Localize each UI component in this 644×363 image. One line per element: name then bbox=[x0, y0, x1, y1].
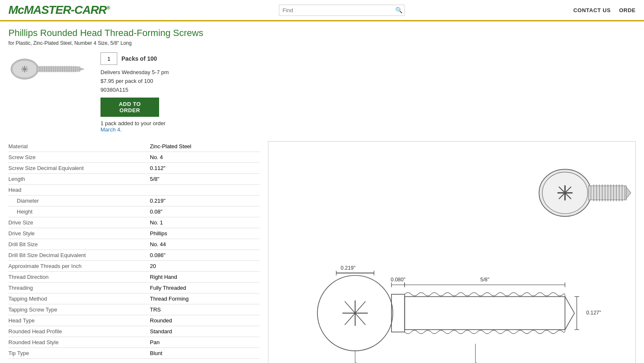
spec-label-0: Material bbox=[8, 141, 147, 152]
search-button[interactable]: 🔍 bbox=[395, 7, 402, 13]
search-wrapper: 🔍 bbox=[279, 5, 404, 16]
spec-label-4: Head bbox=[8, 185, 147, 196]
main-content: Phillips Rounded Head Thread-Forming Scr… bbox=[0, 21, 644, 363]
specs-tbody: MaterialZinc-Plated SteelScrew SizeNo. 4… bbox=[8, 141, 260, 359]
search-input[interactable] bbox=[279, 5, 404, 16]
spec-label-14: Tapping Method bbox=[8, 293, 147, 304]
spec-label-7: Drive Size bbox=[8, 217, 147, 228]
spec-value-16: Rounded bbox=[147, 315, 260, 326]
spec-value-10: 0.086" bbox=[147, 250, 260, 261]
svg-text:5/8": 5/8" bbox=[480, 277, 489, 283]
svg-text:0.127": 0.127" bbox=[586, 310, 601, 316]
spec-value-19: Blunt bbox=[147, 348, 260, 359]
spec-value-17: Standard bbox=[147, 326, 260, 337]
spec-label-1: Screw Size bbox=[8, 152, 147, 163]
nav-links: CONTACT US ORDE bbox=[573, 7, 636, 13]
specs-section: MaterialZinc-Plated SteelScrew SizeNo. 4… bbox=[8, 141, 260, 363]
spec-value-14: Thread Forming bbox=[147, 293, 260, 304]
contact-us-link[interactable]: CONTACT US bbox=[573, 7, 611, 13]
pack-row: Packs of 100 bbox=[100, 52, 169, 65]
delivery-part: 90380A115 bbox=[100, 86, 169, 95]
delivery-info: Delivers Wednesday 5-7 pm $7.95 per pack… bbox=[100, 68, 169, 94]
spec-label-5: Diameter bbox=[8, 196, 147, 206]
logo-area: McMASTER-CARR® bbox=[8, 3, 110, 17]
spec-value-13: Fully Threaded bbox=[147, 283, 260, 293]
order-confirmation: 1 pack added to your order March 4. bbox=[100, 120, 169, 133]
product-order-area: Packs of 100 Delivers Wednesday 5-7 pm $… bbox=[8, 52, 636, 133]
spec-label-9: Drill Bit Size bbox=[8, 239, 147, 250]
product-title: Phillips Rounded Head Thread-Forming Scr… bbox=[8, 28, 636, 39]
spec-label-2: Screw Size Decimal Equivalent bbox=[8, 163, 147, 174]
spec-label-16: Head Type bbox=[8, 315, 147, 326]
product-subtitle: for Plastic, Zinc-Plated Steel, Number 4… bbox=[8, 40, 636, 46]
spec-value-6: 0.08" bbox=[147, 206, 260, 217]
spec-value-12: Right Hand bbox=[147, 272, 260, 283]
spec-label-17: Rounded Head Profile bbox=[8, 326, 147, 337]
svg-text:0.219": 0.219" bbox=[341, 265, 355, 271]
confirmation-text: 1 pack added to your order bbox=[100, 120, 165, 126]
technical-diagram: 0.219" 0.080" 5/8" 0.127" bbox=[273, 146, 631, 363]
diagram-box: 0.219" 0.080" 5/8" 0.127" bbox=[268, 141, 636, 363]
spec-value-11: 20 bbox=[147, 261, 260, 272]
quantity-input[interactable] bbox=[100, 52, 117, 65]
svg-text:0.080": 0.080" bbox=[391, 277, 405, 283]
spec-value-15: TRS bbox=[147, 304, 260, 315]
product-image bbox=[8, 52, 88, 86]
search-container: 🔍 bbox=[110, 5, 573, 16]
spec-label-3: Length bbox=[8, 174, 147, 185]
order-link[interactable]: ORDE bbox=[619, 7, 636, 13]
spec-label-6: Height bbox=[8, 206, 147, 217]
delivery-line1: Delivers Wednesday 5-7 pm bbox=[100, 68, 169, 77]
spec-value-9: No. 44 bbox=[147, 239, 260, 250]
spec-label-15: Tapping Screw Type bbox=[8, 304, 147, 315]
spec-value-8: Phillips bbox=[147, 228, 260, 239]
page-header: McMASTER-CARR® 🔍 CONTACT US ORDE bbox=[0, 0, 644, 21]
spec-label-10: Drill Bit Size Decimal Equivalent bbox=[8, 250, 147, 261]
spec-label-11: Approximate Threads per Inch bbox=[8, 261, 147, 272]
content-area: MaterialZinc-Plated SteelScrew SizeNo. 4… bbox=[8, 141, 636, 363]
logo-text: McMASTER-CARR® bbox=[8, 3, 110, 17]
spec-value-5: 0.219" bbox=[147, 196, 260, 206]
spec-value-7: No. 1 bbox=[147, 217, 260, 228]
delivery-line2: $7.95 per pack of 100 bbox=[100, 77, 169, 86]
pack-label: Packs of 100 bbox=[121, 55, 157, 62]
spec-value-1: No. 4 bbox=[147, 152, 260, 163]
spec-value-2: 0.112" bbox=[147, 163, 260, 174]
spec-label-12: Thread Direction bbox=[8, 272, 147, 283]
order-date-link[interactable]: March 4. bbox=[100, 126, 122, 133]
spec-value-0: Zinc-Plated Steel bbox=[147, 141, 260, 152]
spec-label-13: Threading bbox=[8, 283, 147, 293]
svg-marker-30 bbox=[79, 67, 84, 71]
svg-rect-38 bbox=[589, 186, 626, 200]
spec-label-19: Tip Type bbox=[8, 348, 147, 359]
spec-value-4 bbox=[147, 185, 260, 196]
specs-table: MaterialZinc-Plated SteelScrew SizeNo. 4… bbox=[8, 141, 260, 359]
spec-value-18: Pan bbox=[147, 337, 260, 348]
diagram-section: 0.219" 0.080" 5/8" 0.127" bbox=[268, 141, 636, 363]
spec-label-18: Rounded Head Style bbox=[8, 337, 147, 348]
spec-value-3: 5/8" bbox=[147, 174, 260, 185]
product-screw-image bbox=[8, 54, 88, 84]
spec-label-8: Drive Style bbox=[8, 228, 147, 239]
order-section: Packs of 100 Delivers Wednesday 5-7 pm $… bbox=[100, 52, 169, 133]
product-image-area bbox=[8, 52, 92, 86]
add-to-order-button[interactable]: ADD TO ORDER bbox=[100, 98, 159, 117]
